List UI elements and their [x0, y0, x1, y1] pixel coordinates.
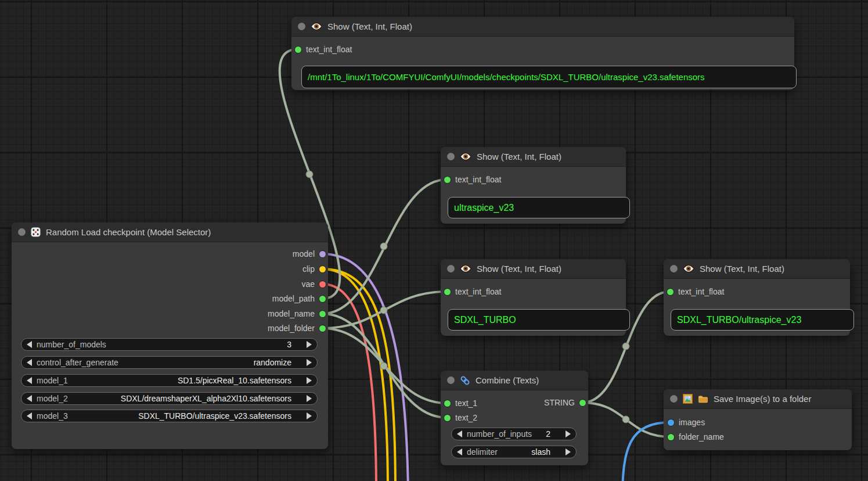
output-port-vae[interactable]: vae	[301, 279, 326, 289]
widget-model-1[interactable]: model_1 SD1.5/picxReal_10.safetensors	[21, 374, 318, 387]
output-port-clip[interactable]: clip	[302, 264, 326, 274]
node-show-text-folder[interactable]: Show (Text, Int, Float) text_int_float S…	[441, 259, 626, 336]
port-dot[interactable]	[668, 434, 674, 440]
increment-arrow-icon[interactable]	[566, 448, 571, 455]
increment-arrow-icon[interactable]	[307, 377, 312, 384]
collapse-dot[interactable]	[298, 23, 305, 30]
value-display[interactable]: /mnt/1To_linux/1To/COMFYUI/ComfyUI/model…	[301, 66, 797, 88]
input-port-text-1[interactable]: text_1	[444, 399, 477, 408]
value-display[interactable]: ultraspice_v23	[448, 197, 630, 218]
decrement-arrow-icon[interactable]	[457, 430, 462, 437]
widget-value[interactable]: randomize	[254, 358, 291, 367]
node-header[interactable]: Random Load checkpoint (Model Selector)	[12, 222, 328, 242]
increment-arrow-icon[interactable]	[307, 412, 312, 419]
widget-value[interactable]: 3	[287, 340, 291, 349]
port-dot[interactable]	[319, 281, 326, 288]
collapse-dot[interactable]	[447, 265, 455, 272]
port-dot[interactable]	[444, 289, 451, 295]
input-port-text-int-float[interactable]: text_int_float	[295, 45, 352, 54]
node-header[interactable]: Show (Text, Int, Float)	[664, 259, 850, 279]
eye-icon	[683, 264, 694, 273]
link-midpoint-dot[interactable]	[380, 243, 387, 250]
link-midpoint-dot[interactable]	[380, 307, 387, 314]
value-display[interactable]: SDXL_TURBO	[448, 309, 630, 331]
widget-value[interactable]: SD1.5/picxReal_10.safetensors	[178, 376, 291, 385]
widget-value[interactable]: 2	[546, 429, 550, 439]
eye-icon	[460, 264, 471, 273]
widget-delimiter[interactable]: delimiter slash	[451, 446, 577, 458]
increment-arrow-icon[interactable]	[307, 359, 312, 366]
output-port-model[interactable]: model	[293, 249, 326, 259]
widget-number-of-models[interactable]: number_of_models 3	[21, 338, 318, 351]
port-dot[interactable]	[319, 266, 326, 272]
widget-value[interactable]: SDXL_TURBO/ultraspice_v23.safetensors	[138, 411, 291, 421]
port-label: text_int_float	[455, 287, 501, 296]
link-midpoint-dot[interactable]	[380, 362, 387, 369]
output-port-model-name[interactable]: model_name	[268, 309, 326, 318]
widget-number-of-inputs[interactable]: number_of_inputs 2	[451, 428, 577, 440]
node-header[interactable]: Show (Text, Int, Float)	[291, 17, 794, 37]
increment-arrow-icon[interactable]	[307, 341, 312, 348]
node-title: Show (Text, Int, Float)	[477, 152, 561, 161]
node-header[interactable]: Show (Text, Int, Float)	[441, 259, 626, 279]
port-dot[interactable]	[319, 325, 326, 332]
node-graph-canvas[interactable]: Show (Text, Int, Float) text_int_float /…	[0, 0, 868, 481]
input-port-text-int-float[interactable]: text_int_float	[667, 287, 724, 296]
input-port-text-int-float[interactable]: text_int_float	[444, 175, 501, 184]
port-dot[interactable]	[319, 251, 326, 257]
port-dot[interactable]	[444, 400, 451, 407]
output-port-string[interactable]: STRING	[544, 398, 586, 407]
collapse-dot[interactable]	[447, 376, 455, 384]
link-midpoint-dot[interactable]	[306, 171, 313, 178]
node-header[interactable]: Combine (Texts)	[441, 371, 588, 390]
decrement-arrow-icon[interactable]	[27, 359, 32, 366]
node-header[interactable]: Save Image(s) to a folder	[664, 389, 852, 409]
port-dot[interactable]	[319, 311, 326, 317]
port-dot[interactable]	[295, 46, 301, 53]
output-port-model-folder[interactable]: model_folder	[268, 324, 326, 333]
port-dot[interactable]	[668, 419, 674, 426]
eye-icon	[311, 22, 322, 31]
widget-label: number_of_inputs	[467, 429, 532, 439]
port-dot[interactable]	[579, 400, 586, 406]
collapse-dot[interactable]	[18, 228, 26, 236]
decrement-arrow-icon[interactable]	[27, 377, 32, 384]
node-show-text-path[interactable]: Show (Text, Int, Float) text_int_float /…	[291, 17, 794, 90]
decrement-arrow-icon[interactable]	[27, 412, 32, 419]
node-show-text-combined[interactable]: Show (Text, Int, Float) text_int_float S…	[664, 259, 850, 336]
decrement-arrow-icon[interactable]	[27, 341, 32, 348]
widget-model-3[interactable]: model_3 SDXL_TURBO/ultraspice_v23.safete…	[21, 410, 318, 422]
node-save-images-to-folder[interactable]: Save Image(s) to a folder images folder_…	[664, 389, 852, 450]
node-header[interactable]: Show (Text, Int, Float)	[441, 147, 626, 167]
node-combine-texts[interactable]: Combine (Texts) text_1 text_2 STRING num…	[441, 371, 588, 465]
value-display[interactable]: SDXL_TURBO/ultraspice_v23	[671, 309, 854, 331]
port-label: text_1	[455, 399, 477, 408]
link-midpoint-dot[interactable]	[622, 416, 629, 423]
widget-value[interactable]: slash	[531, 447, 550, 457]
link-midpoint-dot[interactable]	[622, 343, 629, 350]
collapse-dot[interactable]	[447, 153, 455, 160]
input-port-text-2[interactable]: text_2	[444, 413, 477, 422]
widget-value[interactable]: SDXL/dreamshaperXL_alpha2Xl10.safetensor…	[121, 394, 291, 403]
increment-arrow-icon[interactable]	[307, 395, 312, 402]
port-label: clip	[302, 264, 315, 274]
port-dot[interactable]	[444, 415, 451, 421]
node-random-load-checkpoint[interactable]: Random Load checkpoint (Model Selector) …	[12, 222, 328, 449]
port-dot[interactable]	[319, 296, 326, 302]
increment-arrow-icon[interactable]	[566, 430, 571, 437]
input-port-images[interactable]: images	[668, 418, 705, 427]
collapse-dot[interactable]	[670, 265, 678, 272]
node-show-text-name[interactable]: Show (Text, Int, Float) text_int_float u…	[441, 147, 626, 224]
output-port-model-path[interactable]: model_path	[272, 294, 326, 303]
port-dot[interactable]	[667, 289, 673, 295]
input-port-text-int-float[interactable]: text_int_float	[444, 287, 501, 296]
decrement-arrow-icon[interactable]	[27, 395, 32, 402]
node-title: Random Load checkpoint (Model Selector)	[46, 227, 211, 237]
input-port-folder-name[interactable]: folder_name	[668, 432, 724, 441]
decrement-arrow-icon[interactable]	[457, 448, 462, 455]
widget-control-after-generate[interactable]: control_after_generate randomize	[21, 356, 318, 369]
widget-model-2[interactable]: model_2 SDXL/dreamshaperXL_alpha2Xl10.sa…	[21, 392, 318, 405]
port-label: STRING	[544, 398, 575, 407]
collapse-dot[interactable]	[670, 395, 678, 403]
port-dot[interactable]	[444, 177, 451, 183]
